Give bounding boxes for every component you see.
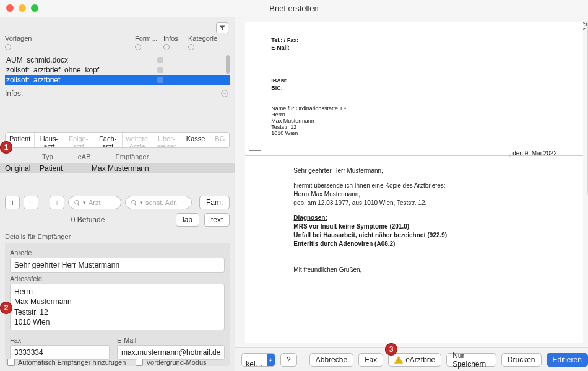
template-list[interactable]: AUM_schmid.docx zollsoft_arztbrief_ohne_…	[5, 55, 230, 86]
content: Vorlagen Form… Infos Kategorie AUM_schmi…	[0, 17, 588, 371]
tab-weitere-aerzte[interactable]: weitereÄrzte	[123, 133, 152, 148]
adressfeld-label: Adressfeld	[10, 275, 225, 282]
recipient-name: Max Mustermann	[92, 164, 230, 173]
close-icon[interactable]	[6, 4, 14, 12]
subheader-eab: eAB	[78, 153, 91, 160]
save-only-button[interactable]: Nur Speichern	[446, 353, 496, 367]
chevron-down-icon: ▾	[140, 199, 143, 206]
arzt-search[interactable]: ▾ Arzt	[68, 196, 121, 209]
action-bar: - kei… ? Abbreche Fax eArztbrie Nur Spei…	[235, 347, 588, 371]
doc-email: E-Mail:	[271, 45, 557, 52]
minimize-icon[interactable]	[19, 4, 26, 12]
radio-vorlagen[interactable]	[5, 44, 11, 50]
doc-diag2: Unfall bei Hausarbeit, nicht näher bezei…	[293, 231, 557, 240]
fax-button[interactable]: Fax	[358, 353, 383, 367]
foreground-checkbox[interactable]: Vordergrund-Modus	[136, 359, 206, 366]
action-select[interactable]: - kei…	[241, 353, 275, 367]
zoom-icon[interactable]	[31, 4, 38, 12]
befunde-count: 0 Befunde	[5, 216, 171, 224]
warning-icon	[394, 356, 403, 364]
doc-addr1: Herrn	[271, 111, 557, 118]
titlebar: Brief erstellen	[0, 0, 588, 17]
window-controls	[6, 4, 38, 12]
header-kategorie: Kategorie	[188, 35, 230, 42]
fam-button[interactable]: Fam.	[199, 196, 230, 209]
updown-icon	[267, 357, 274, 363]
help-button[interactable]: ?	[280, 353, 297, 367]
doc-line3: geb. am 12.03.1977, aus 1010 Wien, Tests…	[293, 199, 557, 207]
document-preview: Tel.: / Fax: E-Mail: IBAN: BIC: Name für…	[245, 22, 583, 343]
subheader-empfaenger: Empfänger	[116, 153, 149, 160]
email-field[interactable]: max.mustermann@hotmail.de	[117, 345, 225, 360]
chevron-down-icon: ▾	[83, 199, 86, 206]
recipient-subheaders: Typ eAB Empfänger	[5, 153, 230, 160]
anrede-label: Anrede	[10, 249, 225, 256]
callout-marker-2: 2	[0, 302, 12, 314]
form-indicator-icon	[157, 67, 163, 73]
tab-folgearzt[interactable]: Folge-arzt	[64, 133, 93, 148]
select-arrow	[267, 353, 275, 367]
print-button[interactable]: Drucken	[501, 353, 542, 367]
bottom-options: Automatisch Empfänger hinzufügen Vorderg…	[7, 359, 207, 366]
earztbrief-button[interactable]: eArztbrie	[388, 353, 441, 367]
recipient-original: Original	[5, 164, 40, 173]
template-row-selected[interactable]: zollsoft_arztbrief	[5, 75, 230, 85]
tab-facharzt[interactable]: Fach-arzt	[93, 133, 123, 148]
adressfeld-field[interactable]: Herrn Max Mustermann Teststr. 12 1010 Wi…	[10, 284, 225, 330]
edit-button[interactable]: Editieren	[547, 353, 588, 367]
details-title: Details für Empfänger	[5, 233, 230, 240]
filter-button[interactable]	[216, 22, 228, 33]
scrollbar-thumb[interactable]	[226, 55, 230, 74]
header-infos: Infos	[163, 35, 188, 42]
tab-bg[interactable]: BG	[210, 133, 229, 148]
template-row[interactable]: AUM_schmid.docx	[5, 55, 230, 65]
left-panel: Vorlagen Form… Infos Kategorie AUM_schmi…	[0, 17, 235, 371]
cancel-button[interactable]: Abbreche	[309, 353, 353, 367]
template-radio-row	[5, 43, 230, 52]
recipient-details: Anrede Sehr geehrter Herr Mustermann Adr…	[5, 243, 230, 366]
fax-label: Fax	[10, 336, 110, 344]
sonst-search[interactable]: ▾ sonst. Adr.	[125, 196, 192, 209]
doc-line1: hiermit übersende ich Ihnen eine Kopie d…	[293, 181, 557, 190]
doc-diag1: MRS vor Insult keine Symptome (201.0)	[293, 222, 557, 231]
callout-marker-1: 1	[0, 141, 12, 154]
recipient-controls: + − + ▾ Arzt ▾ sonst. Adr. Fam.	[5, 196, 230, 209]
anrede-field[interactable]: Sehr geehrter Herr Mustermann	[10, 258, 225, 273]
clear-icon	[220, 89, 229, 98]
email-label: E-Mail	[117, 336, 225, 344]
header-form: Form…	[135, 35, 163, 42]
tab-ueberweiser[interactable]: Über-weiser	[152, 133, 181, 148]
lab-button[interactable]: lab	[176, 213, 199, 227]
funnel-icon	[218, 24, 226, 32]
radio-infos[interactable]	[163, 44, 170, 50]
doc-diag3: Enteritis durch Adenoviren (A08.2)	[293, 240, 557, 248]
add-secondary-button[interactable]: +	[50, 196, 64, 209]
document-viewport: Tel.: / Fax: E-Mail: IBAN: BIC: Name für…	[235, 17, 588, 347]
clear-button[interactable]	[220, 89, 230, 98]
auto-add-checkbox[interactable]: Automatisch Empfänger hinzufügen	[7, 359, 126, 366]
befunde-row: 0 Befunde lab text	[5, 213, 230, 227]
radio-kategorie[interactable]	[188, 44, 194, 50]
fax-field[interactable]: 3333334	[10, 345, 110, 360]
text-button[interactable]: text	[204, 213, 230, 227]
callout-marker-3: 3	[385, 343, 397, 356]
svg-rect-2	[399, 361, 399, 362]
doc-iban: IBAN:	[271, 77, 557, 85]
recipient-row[interactable]: Original Patient Max Mustermann	[0, 163, 235, 173]
infos-row: Infos:	[5, 89, 230, 98]
template-headers: Vorlagen Form… Infos Kategorie	[5, 35, 230, 42]
tab-hausarzt[interactable]: Haus-arzt	[35, 133, 64, 148]
radio-form[interactable]	[135, 44, 141, 50]
recipient-role: Patient	[40, 164, 92, 173]
doc-closing: Mit freundlichen Grüßen,	[293, 266, 557, 274]
window-title: Brief erstellen	[269, 4, 318, 13]
doc-addr3: Teststr. 12	[271, 124, 557, 130]
template-row[interactable]: zollsoft_arztbrief_mit_unterschrift	[5, 85, 230, 86]
form-indicator-icon	[157, 77, 163, 83]
remove-recipient-button[interactable]: −	[24, 196, 38, 209]
add-recipient-button[interactable]: +	[5, 196, 20, 209]
tab-kasse[interactable]: Kasse	[181, 133, 210, 148]
subheader-typ: Typ	[42, 153, 53, 160]
doc-addr4: 1010 Wien	[271, 130, 557, 136]
template-row[interactable]: zollsoft_arztbrief_ohne_kopf	[5, 65, 230, 75]
